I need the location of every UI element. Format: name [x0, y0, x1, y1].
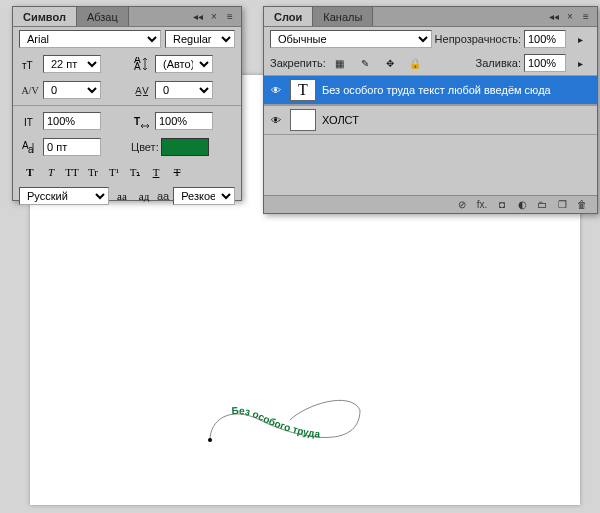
layer-row[interactable]: 👁 T Без особого труда текст любой введём…	[264, 75, 597, 105]
layers-list: 👁 T Без особого труда текст любой введём…	[264, 75, 597, 135]
svg-text:тТ: тТ	[22, 60, 33, 71]
adjustment-layer-icon[interactable]: ◐	[515, 199, 529, 211]
text-color-swatch[interactable]	[161, 138, 209, 156]
blend-mode-select[interactable]: Обычные	[270, 30, 432, 48]
layers-panel-tabs: Слои Каналы ◂◂ × ≡	[264, 7, 597, 27]
tab-paragraph[interactable]: Абзац	[77, 7, 129, 26]
baseline-shift-field[interactable]	[43, 138, 101, 156]
subscript-button[interactable]: T₁	[126, 163, 144, 181]
layers-panel: Слои Каналы ◂◂ × ≡ Обычные Непрозрачност…	[263, 6, 598, 214]
visibility-toggle-icon[interactable]: 👁	[268, 82, 284, 98]
strikethrough-button[interactable]: Ŧ	[168, 163, 186, 181]
font-style-select[interactable]: Regular	[165, 30, 235, 48]
type-style-buttons: T T TT Tr T¹ T₁ T Ŧ	[13, 160, 241, 184]
link-layers-icon[interactable]: ⊘	[455, 199, 469, 211]
layer-name[interactable]: Без особого труда текст любой введём сюд…	[322, 84, 593, 96]
lang-variant-1-button[interactable]: аа	[113, 187, 131, 205]
lock-transparency-icon[interactable]: ▦	[329, 53, 351, 73]
leading-field[interactable]: (Авто)	[155, 55, 213, 73]
lang-variant-2-button[interactable]: ад	[135, 187, 153, 205]
svg-text:A: A	[134, 61, 141, 71]
lock-label: Закрепить:	[270, 57, 326, 69]
tracking-icon: A̲V̲	[131, 80, 153, 100]
svg-text:Без особого труда: Без особого труда	[231, 405, 321, 440]
layer-thumbnail[interactable]: T	[290, 79, 316, 101]
expand-icon[interactable]: ◂◂	[547, 11, 561, 23]
antialias-label: aa	[157, 190, 169, 202]
text-on-path: Без особого труда	[205, 395, 370, 455]
opacity-flyout-icon[interactable]: ▸	[569, 29, 591, 49]
font-family-select[interactable]: Arial	[19, 30, 161, 48]
tracking-field[interactable]: 0	[155, 81, 213, 99]
antialias-select[interactable]: Резкое	[173, 187, 235, 205]
horizontal-scale-icon: T	[131, 111, 153, 131]
panel-menu-icon[interactable]: ≡	[223, 11, 237, 23]
panel-menu-icon[interactable]: ≡	[579, 11, 593, 23]
underline-button[interactable]: T	[147, 163, 165, 181]
superscript-button[interactable]: T¹	[105, 163, 123, 181]
opacity-label: Непрозрачность:	[435, 33, 521, 45]
leading-icon: AA	[131, 54, 153, 74]
fill-field[interactable]	[524, 54, 566, 72]
close-icon[interactable]: ×	[563, 11, 577, 23]
font-size-icon: тТ	[19, 54, 41, 74]
fill-label: Заливка:	[476, 57, 521, 69]
fill-flyout-icon[interactable]: ▸	[569, 53, 591, 73]
faux-italic-button[interactable]: T	[42, 163, 60, 181]
svg-point-0	[208, 438, 212, 442]
baseline-shift-icon: Aa	[19, 137, 41, 157]
character-panel-tabs: Символ Абзац ◂◂ × ≡	[13, 7, 241, 27]
faux-bold-button[interactable]: T	[21, 163, 39, 181]
lock-all-icon[interactable]: 🔒	[404, 53, 426, 73]
layer-row[interactable]: 👁 ХОЛСТ	[264, 105, 597, 135]
vertical-scale-icon: IT	[19, 111, 41, 131]
lock-pixels-icon[interactable]: ✎	[354, 53, 376, 73]
visibility-toggle-icon[interactable]: 👁	[268, 112, 284, 128]
color-label: Цвет:	[131, 141, 159, 153]
small-caps-button[interactable]: Tr	[84, 163, 102, 181]
language-select[interactable]: Русский	[19, 187, 109, 205]
svg-text:IT: IT	[24, 117, 33, 128]
delete-layer-icon[interactable]: 🗑	[575, 199, 589, 211]
all-caps-button[interactable]: TT	[63, 163, 81, 181]
svg-text:T: T	[134, 116, 140, 127]
kerning-icon: A/V	[19, 80, 41, 100]
close-icon[interactable]: ×	[207, 11, 221, 23]
horizontal-scale-field[interactable]	[155, 112, 213, 130]
layer-name[interactable]: ХОЛСТ	[322, 114, 593, 126]
tab-layers[interactable]: Слои	[264, 7, 313, 26]
tab-character[interactable]: Символ	[13, 7, 77, 26]
group-layers-icon[interactable]: 🗀	[535, 199, 549, 211]
opacity-field[interactable]	[524, 30, 566, 48]
vertical-scale-field[interactable]	[43, 112, 101, 130]
new-layer-icon[interactable]: ❐	[555, 199, 569, 211]
expand-icon[interactable]: ◂◂	[191, 11, 205, 23]
font-size-field[interactable]: 22 пт	[43, 55, 101, 73]
tab-channels[interactable]: Каналы	[313, 7, 373, 26]
lock-position-icon[interactable]: ✥	[379, 53, 401, 73]
add-mask-icon[interactable]: ◘	[495, 199, 509, 211]
kerning-field[interactable]: 0	[43, 81, 101, 99]
layer-effects-icon[interactable]: fx.	[475, 199, 489, 211]
character-panel: Символ Абзац ◂◂ × ≡ Arial Regular тТ 22 …	[12, 6, 242, 201]
layer-thumbnail[interactable]	[290, 109, 316, 131]
layers-footer: ⊘ fx. ◘ ◐ 🗀 ❐ 🗑	[264, 195, 597, 213]
